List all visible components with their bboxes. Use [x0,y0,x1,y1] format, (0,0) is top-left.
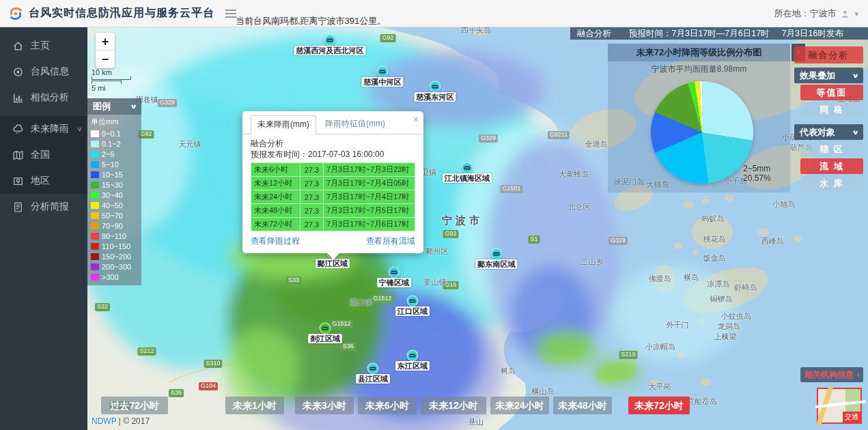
chevron-down-icon[interactable]: ▾ [854,10,858,18]
legend-swatch [91,161,99,168]
time-button-3[interactable]: 未来3小时 [295,397,354,414]
table-row[interactable]: 未来12小时27.37月3日17时~7月4日05时 [251,177,415,190]
sidebar-item-label: 分析简报 [31,201,69,213]
option-流域[interactable]: 流 域 [800,158,863,174]
place-label: 饭盒岛 [703,253,726,263]
related-org-label: 相关机构信息 [804,369,854,381]
basin-marker-label[interactable]: 县江区域 [356,374,390,384]
close-icon[interactable]: × [413,114,419,125]
option-网格[interactable]: 网 格 [800,102,863,117]
basin-marker-icon[interactable] [389,267,400,278]
time-button-7[interactable]: 未来48小时 [553,397,612,414]
basin-marker-label[interactable]: 慈溪西河及西北河区 [294,46,366,55]
minimap[interactable]: 交通 [817,388,862,424]
place-label: 小猫岛 [773,199,796,210]
basin-marker-label[interactable]: 江口区域 [395,306,430,316]
basin-marker-label[interactable]: 东江区域 [395,361,430,371]
basin-marker-label[interactable]: 慈溪东河区 [415,92,456,102]
option-水库[interactable]: 水 库 [800,175,863,191]
menu-toggle-icon[interactable] [225,10,236,18]
table-row[interactable]: 未来72小时27.37月3日17时~7月6日17时 [251,218,415,231]
basin-marker-label[interactable]: 慈溪中河区 [362,77,404,87]
sidebar-item-nationwide[interactable]: 全国 [0,142,87,168]
basin-marker-icon[interactable] [430,81,441,93]
road-badge: S1 [528,235,540,244]
legend-header[interactable]: 图例 ∨ [87,98,141,115]
road-badge: G329 [158,99,177,107]
basin-marker-icon[interactable] [407,296,419,307]
basin-marker-icon[interactable] [407,350,419,362]
basin-marker-icon[interactable] [462,162,473,174]
basin-marker-label[interactable]: 宁锋区域 [377,278,411,287]
road-badge: S212 [137,347,156,356]
basin-marker-icon[interactable] [367,363,379,375]
table-row[interactable]: 未来48小时27.37月3日17时~7月5日17时 [251,204,415,218]
zoom-out-button[interactable]: − [96,51,115,68]
table-row[interactable]: 未来24小时27.37月3日17时~7月4日17时 [251,190,415,204]
scale-km-bar [92,76,131,80]
table-row[interactable]: 未来6小时27.37月3日17时~7月3日23时 [251,163,415,177]
chevron-left-icon: ‹ [857,370,860,379]
basin-marker-label[interactable]: 江北镇海区域 [443,173,492,183]
cell-period: 未来12小时 [251,177,300,190]
basin-marker-icon[interactable] [320,323,331,334]
legend-item: 5~10 [91,159,138,169]
legend-range: 200~300 [102,263,131,271]
group-header-overlay-effect[interactable]: 效果叠加∨ [794,68,863,83]
sidebar-item-future-rain[interactable]: 未来降雨∨ [0,116,87,142]
time-button-5[interactable]: 未来12小时 [421,397,486,414]
map-canvas[interactable]: G92G329G92G329G9211G1501S1G92G329G15S33G… [87,27,868,430]
rain-distribution-panel: 未来72小时降雨等级比例分布图 › 宁波市平均面雨量8.98mm 2~5mm 2… [608,44,790,192]
time-button-8[interactable]: 未来72小时 [628,397,690,414]
tooltip-label: 2~5mm [743,164,771,173]
basin-marker-icon[interactable] [324,35,336,46]
forecast-issued: 7月3日16时发布 [782,28,843,40]
zoom-in-button[interactable]: + [96,33,115,51]
option-等值面[interactable]: 等值面 [800,85,863,100]
home-icon [12,40,24,52]
merge-analysis-button[interactable]: 融合分析 [794,46,863,63]
tab-future-rain[interactable]: 未来降雨(mm) [251,115,316,134]
place-label: 天元镇 [179,139,201,149]
time-button-2[interactable]: 未来1小时 [225,397,284,414]
chevron-down-icon: ∨ [852,72,859,79]
sidebar-item-home[interactable]: 主页 [0,33,87,59]
time-button-1[interactable]: 过去72小时 [101,397,168,414]
map-scale: 10 km 5 mi [92,68,131,92]
group-header-represent-object[interactable]: 代表对象∨ [794,124,863,140]
basin-marker-label[interactable]: 鄞东南区域 [476,259,518,269]
sidebar-item-region[interactable]: 地区 [0,168,87,194]
view-rain-process-link[interactable]: 查看降雨过程 [251,235,300,247]
cell-period: 未来48小时 [251,204,300,218]
ndwp-link[interactable]: NDWP [92,416,116,426]
road-badge: G1501 [500,185,522,193]
basin-marker-icon[interactable] [491,248,503,260]
sidebar-item-typhoon-info[interactable]: 台风信息 [0,59,87,85]
place-label: 官船岙岛 [687,397,717,407]
traffic-layer-badge: 交通 [843,412,860,422]
time-button-6[interactable]: 未来24小时 [490,397,549,414]
basin-marker-icon[interactable] [377,66,389,78]
sidebar-item-label: 全国 [31,149,50,161]
sidebar-item-similar-analysis[interactable]: 相似分析 [0,85,87,111]
related-org-button[interactable]: 相关机构信息 ‹ [800,367,863,382]
legend-item: 70~90 [91,220,138,231]
tab-rain-features[interactable]: 降雨特征值(mm) [319,115,391,134]
place-label: 北仑区 [568,202,591,212]
basin-marker-label[interactable]: 剡江区域 [308,334,342,343]
sidebar-nav: 主页台风信息相似分析未来降雨∨全国地区分析简报 [0,27,87,430]
legend-item: 50~70 [91,210,138,220]
view-all-basins-link[interactable]: 查看所有流域 [366,235,415,247]
place-label: 小蚊虫岛 [721,311,751,321]
group-title: 代表对象 [800,126,835,139]
legend-range: 50~70 [102,212,123,220]
option-辖区[interactable]: 辖 区 [800,141,863,157]
user-icon[interactable] [840,9,850,19]
legend-range: 10~15 [102,171,123,179]
time-button-4[interactable]: 未来6小时 [358,397,417,414]
place-label: 悬山 [468,417,484,427]
road-badge: G329 [608,237,628,245]
chevron-down-icon: ∨ [76,126,83,132]
sidebar-item-analysis-report[interactable]: 分析简报 [0,194,87,220]
rainfall-table: 未来6小时27.37月3日17时~7月3日23时未来12小时27.37月3日17… [251,162,415,231]
